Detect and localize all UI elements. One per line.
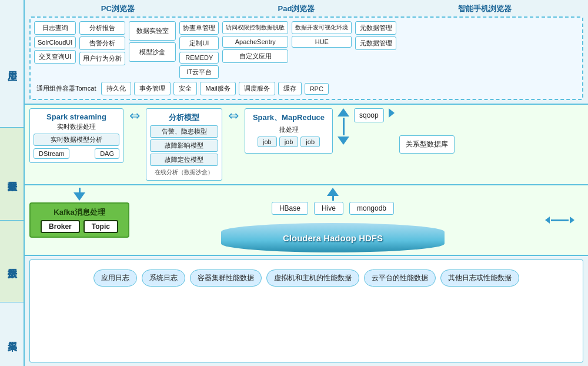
caiji-items: 应用日志 系统日志 容器集群性能数据 虚拟机和主机的性能数据 云平台的性能数据 … (36, 269, 577, 287)
app-item-dev-viz: 数据开发可视化环境 (292, 21, 352, 34)
app-item-meta-mgmt-1: 元数据管理 (355, 21, 396, 35)
section-processing: Spark streaming 实时数据处理 实时数据模型分析 DStream … (25, 105, 588, 185)
common-label: 通用组件容器Tomcat (34, 82, 98, 95)
app-item-rizhi: 日志查询 (34, 21, 76, 35)
dag-box: DAG (95, 148, 119, 159)
app-item-moxingsha: 模型沙盒 (129, 42, 176, 62)
arrow-head-down (338, 137, 349, 145)
arrow-head-up (338, 108, 349, 117)
arrow-right-icon (389, 108, 395, 118)
app-item-solr: SolrCloudUI (34, 36, 76, 48)
right-arrow-row (545, 217, 574, 224)
mongodb-box: mongodb (349, 202, 394, 215)
sqoop-box: sqoop (354, 108, 384, 122)
caiji-xuniji: 虚拟机和主机的性能数据 (266, 269, 359, 287)
app-group-5: 访问权限控制数据脱敏 ApacheSentry 自定义应用 (222, 21, 288, 79)
app-bottom-row: 通用组件容器Tomcat 持久化 事务管理 安全 Mail服务 调度服务 缓存 … (34, 82, 579, 95)
common-mail: Mail服务 (200, 82, 235, 95)
job-2: job (279, 137, 299, 147)
hive-box: Hive (314, 202, 343, 215)
hbase-box: HBase (272, 202, 308, 215)
app-item-ityun: IT云平台 (179, 65, 219, 79)
app-item-remedy: REMEDY (179, 52, 219, 64)
common-diaodu: 调度服务 (239, 82, 275, 95)
app-item-xiechu: 协查单管理 (179, 21, 219, 35)
common-huancun: 缓存 (278, 82, 302, 95)
spark-streaming-box: Spark streaming 实时数据处理 实时数据模型分析 DStream … (29, 108, 123, 163)
mobile-browser-label: 智能手机浏览器 (458, 4, 512, 14)
left-labels: 应用层 数据处理层 数据层 采集层 (0, 0, 25, 366)
caiji-rongqi: 容器集群性能数据 (190, 269, 262, 287)
kafka-inner-row: Broker Topic (35, 220, 123, 233)
app-item-dingzhi: 定制UI (179, 36, 219, 50)
spark-inner-model: 实时数据模型分析 (34, 134, 119, 146)
layer-label-yingyong: 应用层 (0, 0, 25, 128)
arrow-left-right-2: ⇔ (226, 108, 241, 124)
layer-label-shujuceng: 数据层 (0, 221, 25, 302)
kafka-title: Kafka消息处理 (35, 207, 123, 218)
spark-streaming-title: Spark streaming (34, 112, 119, 121)
online-analysis: 在线分析（数据沙盒） (150, 168, 218, 177)
app-group-6: 数据开发可视化环境 HUE (292, 21, 352, 79)
pc-browser-label: PC浏览器 (101, 4, 135, 14)
arrow-up-center (327, 188, 339, 201)
app-item-hue: HUE (292, 36, 352, 48)
analysis-title: 分析模型 (150, 112, 218, 123)
spark-mr-box: Spark、MapReduce 批处理 job job job (245, 108, 333, 154)
job-1: job (258, 137, 277, 147)
vertical-arrows (336, 108, 350, 145)
app-group-2: 分析报告 告警分析 用户行为分析 (79, 21, 125, 79)
app-item-yonghu: 用户行为分析 (79, 52, 125, 65)
caiji-other: 其他日志或性能数据 (440, 269, 519, 287)
common-anquan: 安全 (173, 82, 197, 95)
hbase-hive-mongodb: HBase Hive mongodb (272, 202, 394, 215)
app-group-1: 日志查询 SolrCloudUI 交叉查询UI (34, 21, 76, 79)
kafka-column: Kafka消息处理 Broker Topic (29, 188, 129, 252)
browser-labels: PC浏览器 Pad浏览器 智能手机浏览器 (29, 4, 583, 14)
analysis-box: 分析模型 告警、隐患模型 故障影响模型 故障定位模型 在线分析（数据沙盒） (146, 108, 222, 181)
layer-label-shujuchuli: 数据处理层 (0, 128, 25, 221)
app-item-apache-sentry: ApacheSentry (222, 36, 288, 48)
spark-bottom-row: DStream DAG (34, 148, 119, 159)
analysis-item-2: 故障影响模型 (150, 139, 218, 152)
app-content: 日志查询 SolrCloudUI 交叉查询UI 分析报告 告警分析 用户行为分析… (29, 16, 583, 100)
analysis-item-1: 告警、隐患模型 (150, 125, 218, 138)
spark-mr-title: Spark、MapReduce (249, 112, 329, 123)
app-item-gaojing: 告警分析 (79, 36, 125, 50)
section-yingyong: PC浏览器 Pad浏览器 智能手机浏览器 日志查询 SolrCloudUI 交叉… (25, 0, 588, 105)
app-item-meta-mgmt-2: 元数据管理 (355, 36, 396, 50)
common-chijiu: 持久化 (101, 82, 131, 95)
section-data: Kafka消息处理 Broker Topic (25, 185, 588, 256)
arrow-down-kafka (74, 188, 85, 201)
caiji-yingyong: 应用日志 (93, 269, 137, 287)
pad-browser-label: Pad浏览器 (278, 4, 315, 14)
topic-box: Topic (83, 220, 118, 233)
app-item-jiacha: 交叉查询UI (34, 50, 76, 64)
app-group-4: 协查单管理 定制UI REMEDY IT云平台 (179, 21, 219, 79)
app-group-3: 数据实验室 模型沙盒 (129, 21, 176, 79)
common-shiwu: 事务管理 (134, 82, 171, 95)
app-top-row: 日志查询 SolrCloudUI 交叉查询UI 分析报告 告警分析 用户行为分析… (34, 21, 579, 79)
app-item-access-ctrl: 访问权限控制数据脱敏 (222, 21, 288, 34)
job-3: job (300, 137, 320, 147)
layer-label-caiji: 采集层 (0, 302, 25, 366)
processing-content: Spark streaming 实时数据处理 实时数据模型分析 DStream … (29, 108, 583, 181)
job-row: job job job (249, 137, 329, 147)
broker-box: Broker (41, 220, 80, 233)
analysis-item-3: 故障定位模型 (150, 154, 218, 166)
arrow-left-right-1: ⇔ (127, 108, 142, 124)
kafka-box: Kafka消息处理 Broker Topic (29, 202, 129, 238)
caiji-yunpingtai: 云平台的性能数据 (364, 269, 436, 287)
guanxi-box: 关系型数据库 (399, 135, 455, 154)
caiji-xitong: 系统日志 (142, 269, 185, 287)
right-side-arrows (536, 188, 583, 252)
spark-mr-subtitle: 批处理 (249, 125, 329, 134)
app-group-7: 元数据管理 元数据管理 (355, 21, 396, 79)
app-item-custom-app: 自定义应用 (222, 49, 288, 63)
arrow-line-v (343, 118, 345, 135)
app-item-shujushiyan: 数据实验室 (129, 21, 176, 41)
spark-streaming-subtitle: 实时数据处理 (34, 122, 119, 131)
main-container: 应用层 数据处理层 数据层 采集层 PC浏览器 Pad浏览器 智能手机浏览器 (0, 0, 588, 366)
storage-area: HBase Hive mongodb Cloudera Hadoop HDFS (133, 188, 533, 252)
section-caiji: 应用日志 系统日志 容器集群性能数据 虚拟机和主机的性能数据 云平台的性能数据 … (25, 256, 588, 366)
